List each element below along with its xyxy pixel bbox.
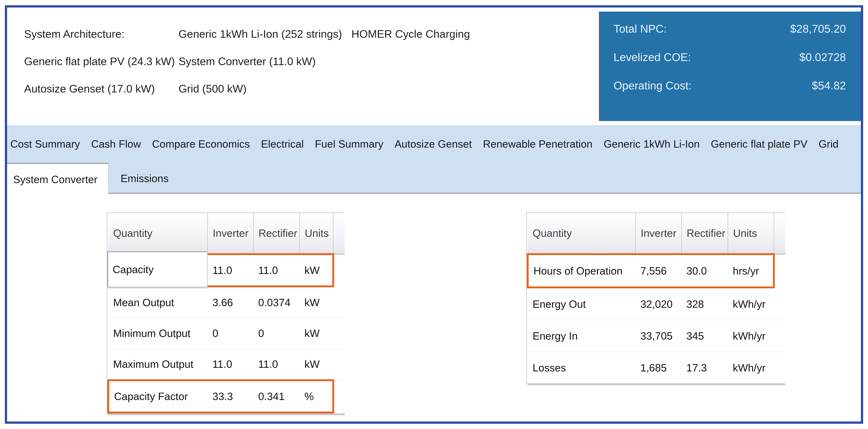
cell-rectifier: 30.0 — [682, 254, 728, 287]
cell-spacer — [774, 254, 785, 287]
cell-quantity: Maximum Output — [108, 349, 208, 380]
cell-inverter: 3.66 — [208, 286, 253, 318]
tab-fuel-summary[interactable]: Fuel Summary — [315, 138, 383, 150]
system-architecture-header: System Architecture:Generic 1kWh Li-Ion … — [7, 7, 861, 125]
cell-rectifier: 0.341 — [253, 380, 300, 412]
cell-inverter: 32,020 — [636, 287, 682, 320]
cell-text: Capacity — [113, 263, 154, 276]
metric-label: Levelized COE: — [614, 51, 691, 64]
tab-generic-1kwh-li-ion[interactable]: Generic 1kWh Li-Ion — [603, 138, 700, 150]
architecture-item: Grid (500 kW) — [179, 83, 247, 95]
column-header-spacer — [333, 213, 345, 254]
converter-statistics-table: QuantityInverterRectifierUnitsCapacity11… — [107, 212, 344, 414]
architecture-item: System Architecture: — [24, 28, 179, 40]
table-row-maximum-output: Maximum Output11.011.0kW — [108, 349, 345, 380]
architecture-row: Generic flat plate PV (24.3 kW)System Co… — [24, 48, 470, 75]
cell-units: kW — [300, 286, 333, 318]
cell-spacer — [774, 320, 785, 352]
column-header-spacer — [774, 213, 785, 254]
tab-system-converter[interactable]: System Converter — [7, 163, 109, 195]
metric-value: $28,705.20 — [790, 22, 846, 35]
summary-metrics-panel: Total NPC:$28,705.20Levelized COE:$0.027… — [599, 11, 861, 121]
tab-compare-economics[interactable]: Compare Economics — [152, 138, 250, 150]
column-header-quantity: Quantity — [108, 213, 208, 254]
cell-quantity: Hours of Operation — [528, 254, 636, 287]
cell-units: kWh/yr — [728, 287, 774, 320]
cell-units: % — [300, 380, 333, 412]
metric-row: Total NPC:$28,705.20 — [614, 15, 846, 43]
architecture-item-group: System Converter (11.0 kW) — [179, 55, 316, 67]
column-header-rectifier: Rectifier — [682, 213, 728, 254]
table-row-minimum-output: Minimum Output00kW — [108, 318, 345, 349]
tab-cash-flow[interactable]: Cash Flow — [91, 138, 141, 150]
cell-inverter: 33.3 — [208, 380, 253, 412]
cell-spacer — [774, 287, 785, 320]
tab-autosize-genset[interactable]: Autosize Genset — [395, 138, 472, 150]
metric-value: $0.02728 — [800, 51, 846, 64]
cell-spacer — [333, 254, 345, 286]
cell-units: kW — [300, 349, 333, 380]
table-row-capacity: Capacity11.011.0kW — [108, 254, 345, 286]
system-architecture: System Architecture:Generic 1kWh Li-Ion … — [24, 20, 470, 102]
tab-generic-flat-plate-pv[interactable]: Generic flat plate PV — [711, 138, 807, 150]
capacity-cell-editor[interactable]: Capacity — [107, 251, 208, 287]
table-row-energy-in: Energy In33,705345kWh/yr — [528, 320, 785, 352]
cell-quantity: Losses — [528, 352, 636, 383]
column-header-units: Units — [300, 213, 333, 254]
metric-row: Levelized COE:$0.02728 — [614, 43, 846, 72]
tab-renewable-penetration[interactable]: Renewable Penetration — [483, 138, 593, 150]
cell-inverter: 11.0 — [208, 254, 253, 286]
cell-quantity: Energy Out — [528, 287, 636, 320]
table-row-energy-out: Energy Out32,020328kWh/yr — [528, 287, 785, 320]
cell-quantity: Capacity — [108, 254, 208, 286]
cell-spacer — [333, 380, 345, 412]
architecture-item: HOMER Cycle Charging — [351, 28, 470, 40]
tab-emissions[interactable]: Emissions — [117, 163, 173, 194]
cell-rectifier: 17.3 — [682, 352, 728, 383]
cell-units: kWh/yr — [728, 352, 774, 383]
tab-electrical[interactable]: Electrical — [261, 138, 304, 150]
architecture-row: System Architecture:Generic 1kWh Li-Ion … — [24, 20, 470, 48]
cell-inverter: 11.0 — [208, 349, 253, 380]
cell-spacer — [333, 349, 345, 380]
cell-quantity: Energy In — [528, 320, 636, 352]
tab-row-components: Cost SummaryCash FlowCompare EconomicsEl… — [7, 125, 861, 163]
tab-row-secondary: System ConverterEmissions — [7, 163, 861, 194]
cell-units: kW — [300, 318, 333, 349]
cell-rectifier: 11.0 — [253, 349, 300, 380]
cell-inverter: 1,685 — [636, 352, 682, 383]
cell-inverter: 0 — [208, 318, 253, 349]
cell-rectifier: 345 — [682, 320, 728, 352]
results-tab-bar: Cost SummaryCash FlowCompare EconomicsEl… — [7, 125, 861, 194]
column-header-rectifier: Rectifier — [253, 213, 300, 254]
cell-inverter: 7,556 — [636, 254, 682, 287]
column-header-inverter: Inverter — [636, 213, 682, 254]
tab-cost-summary[interactable]: Cost Summary — [10, 138, 80, 150]
converter-energy-table: QuantityInverterRectifierUnitsHours of O… — [526, 212, 785, 384]
architecture-item: System Converter (11.0 kW) — [179, 55, 316, 67]
architecture-item-group: Generic 1kWh Li-Ion (252 strings)HOMER C… — [179, 28, 470, 40]
table-row-capacity-factor: Capacity Factor33.30.341% — [108, 380, 345, 412]
cell-rectifier: 0 — [253, 318, 300, 349]
cell-units: kWh/yr — [728, 320, 774, 352]
column-header-units: Units — [728, 213, 774, 254]
table-header-row: QuantityInverterRectifierUnits — [108, 213, 345, 254]
table-header-row: QuantityInverterRectifierUnits — [528, 213, 785, 254]
architecture-item: Generic 1kWh Li-Ion (252 strings) — [179, 28, 342, 40]
metric-label: Operating Cost: — [614, 79, 691, 92]
metric-label: Total NPC: — [614, 22, 667, 35]
column-header-inverter: Inverter — [208, 213, 253, 254]
metric-row: Operating Cost:$54.82 — [614, 72, 846, 100]
cell-rectifier: 328 — [682, 287, 728, 320]
cell-rectifier: 11.0 — [253, 254, 300, 286]
table-row-mean-output: Mean Output3.660.0374kW — [108, 286, 345, 318]
architecture-item: Generic flat plate PV (24.3 kW) — [24, 55, 179, 67]
cell-inverter: 33,705 — [636, 320, 682, 352]
results-window: System Architecture:Generic 1kWh Li-Ion … — [5, 5, 863, 424]
tab-grid[interactable]: Grid — [818, 138, 838, 150]
cell-spacer — [774, 352, 785, 383]
architecture-item: Autosize Genset (17.0 kW) — [24, 82, 179, 95]
table-row-hours-of-operation: Hours of Operation7,55630.0hrs/yr — [528, 254, 785, 287]
column-header-quantity: Quantity — [528, 213, 636, 254]
architecture-row: Autosize Genset (17.0 kW)Grid (500 kW) — [24, 75, 470, 102]
